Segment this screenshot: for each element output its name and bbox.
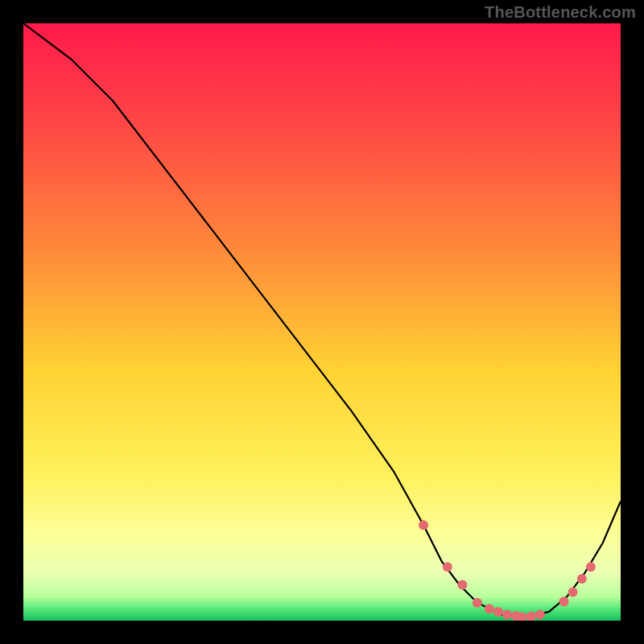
chart-frame: TheBottleneck.com xyxy=(0,0,644,644)
marker-point xyxy=(577,574,587,584)
plot-area xyxy=(23,23,621,621)
marker-point xyxy=(559,597,569,606)
marker-point xyxy=(493,607,503,617)
marker-point xyxy=(535,610,545,620)
marker-point xyxy=(586,562,596,572)
marker-point xyxy=(419,520,428,530)
marker-point xyxy=(485,604,494,613)
attribution-text: TheBottleneck.com xyxy=(485,3,636,22)
chart-svg xyxy=(23,23,621,621)
marker-point xyxy=(568,587,578,597)
marker-point xyxy=(457,580,467,590)
gradient-background xyxy=(23,23,621,621)
marker-point xyxy=(502,610,512,620)
marker-point xyxy=(473,598,482,608)
marker-point xyxy=(443,562,452,572)
